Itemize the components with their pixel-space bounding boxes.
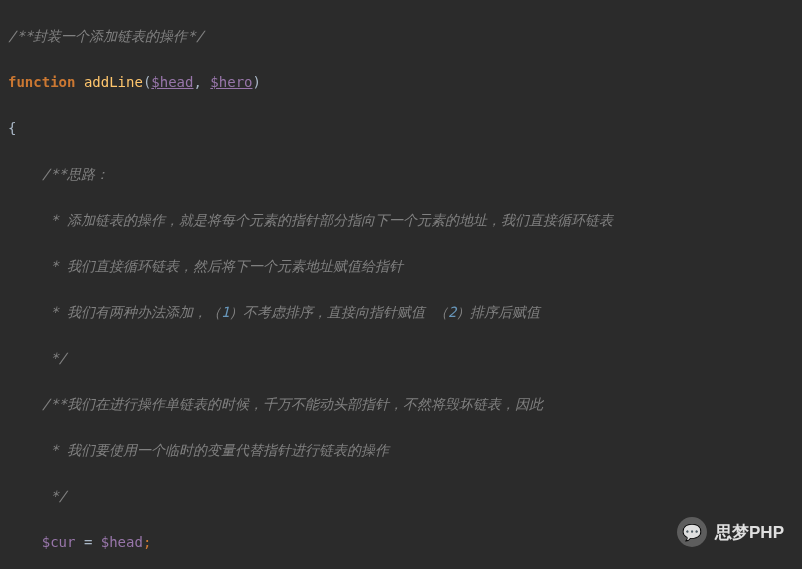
- code-line: /**思路：: [8, 163, 802, 186]
- code-line: * 我们直接循环链表，然后将下一个元素地址赋值给指针: [8, 255, 802, 278]
- code-line: /**封装一个添加链表的操作*/: [8, 25, 802, 48]
- code-editor[interactable]: /**封装一个添加链表的操作*/ function addLine($head,…: [0, 0, 802, 569]
- code-line: function addLine($head, $hero): [8, 71, 802, 94]
- watermark: 💬 思梦PHP: [677, 517, 784, 547]
- watermark-text: 思梦PHP: [715, 521, 784, 544]
- code-line: {: [8, 117, 802, 140]
- code-line: /**我们在进行操作单链表的时候，千万不能动头部指针，不然将毁坏链表，因此: [8, 393, 802, 416]
- code-line: */: [8, 347, 802, 370]
- code-line: * 我们有两种办法添加，（1）不考虑排序，直接向指针赋值 （2）排序后赋值: [8, 301, 802, 324]
- wechat-avatar-icon: 💬: [677, 517, 707, 547]
- code-line: * 添加链表的操作，就是将每个元素的指针部分指向下一个元素的地址，我们直接循环链…: [8, 209, 802, 232]
- code-line: */: [8, 485, 802, 508]
- code-line: * 我们要使用一个临时的变量代替指针进行链表的操作: [8, 439, 802, 462]
